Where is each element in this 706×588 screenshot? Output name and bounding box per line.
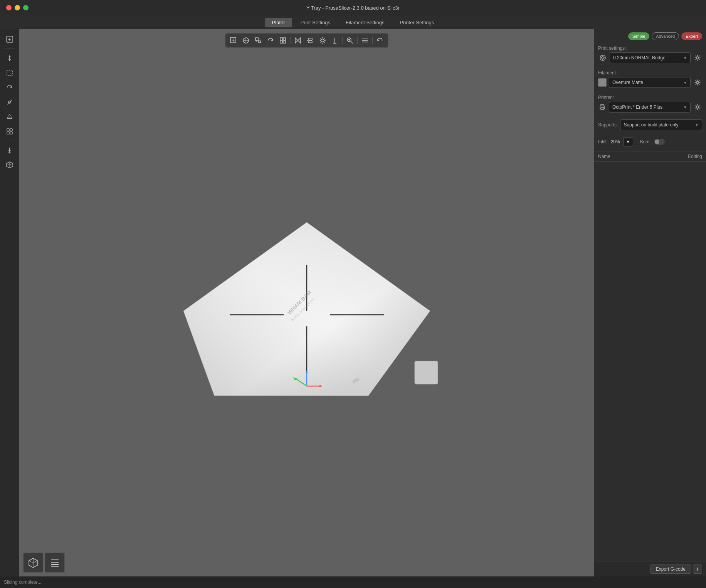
printer-icon	[598, 103, 607, 111]
split-tool-button[interactable]	[3, 124, 17, 138]
export-plus-button[interactable]: +	[693, 564, 702, 574]
svg-point-74	[696, 81, 699, 84]
supports-section: Supports: Support on build plate only ▼	[594, 117, 706, 135]
vt-layers[interactable]	[317, 35, 328, 46]
printer-section: Printer : OctoPrint * Ender 5 Plus ▼	[594, 92, 706, 117]
window-controls[interactable]	[6, 5, 29, 10]
supports-label: Supports:	[598, 122, 618, 128]
print-settings-row: 0.20mm NORMAL Bridge ▼	[598, 52, 702, 63]
export-bar: Export G-code +	[594, 561, 706, 576]
brim-toggle[interactable]	[654, 139, 665, 145]
vt-arrange[interactable]	[277, 35, 289, 46]
build-plate: WHAM BAM flexible build system PEI	[176, 207, 438, 411]
svg-rect-10	[7, 132, 9, 134]
window-title: Y Tray - PrusaSlicer-2.3.0 based on Slic…	[306, 5, 400, 11]
svg-marker-3	[8, 55, 11, 61]
vt-support[interactable]	[329, 35, 341, 46]
svg-marker-32	[298, 38, 301, 43]
svg-point-68	[602, 57, 604, 59]
expert-mode-button[interactable]: Expert	[681, 32, 702, 40]
print-settings-cog[interactable]	[693, 53, 702, 62]
svg-rect-9	[10, 129, 12, 131]
print-settings-label: Print settings :	[598, 45, 702, 51]
infill-dropdown-arrow: ▼	[626, 139, 630, 144]
filament-row: Overture Matte ▼	[598, 77, 702, 88]
print-settings-icon	[598, 53, 607, 62]
vt-scale[interactable]	[252, 35, 264, 46]
vt-mirror[interactable]	[292, 35, 304, 46]
add-object-button[interactable]	[3, 32, 17, 46]
print-preset-value: 0.20mm NORMAL Bridge	[613, 55, 666, 60]
support-tool-button[interactable]	[3, 143, 17, 157]
tab-plater[interactable]: Plater	[265, 18, 292, 27]
svg-rect-34	[308, 38, 312, 40]
svg-line-39	[351, 41, 353, 44]
svg-rect-29	[280, 41, 282, 43]
vt-sep-2	[342, 37, 343, 44]
vt-sep-4	[372, 37, 373, 44]
maximize-button[interactable]	[23, 5, 29, 10]
objects-table: Name Editing	[594, 151, 706, 561]
simple-mode-button[interactable]: Simple	[628, 32, 650, 40]
right-panel-header: Simple Advanced Expert	[594, 29, 706, 43]
left-toolbar	[0, 29, 19, 576]
print-preset-select[interactable]: 0.20mm NORMAL Bridge ▼	[610, 52, 691, 63]
tab-filament-settings[interactable]: Filament Settings	[339, 18, 391, 27]
vt-sep-1	[290, 37, 291, 44]
svg-marker-7	[7, 114, 12, 118]
svg-point-78	[696, 106, 699, 108]
filament-preset-select[interactable]: Overture Matte ▼	[609, 77, 691, 88]
vt-undo[interactable]	[374, 35, 386, 46]
3d-view-button[interactable]	[23, 553, 43, 573]
svg-rect-35	[308, 41, 312, 43]
flatten-tool-button[interactable]	[3, 110, 17, 124]
close-button[interactable]	[6, 5, 12, 10]
tab-printer-settings[interactable]: Printer Settings	[393, 18, 441, 27]
filament-section: Filament : Overture Matte ▼	[594, 68, 706, 92]
vt-cut[interactable]	[304, 35, 316, 46]
filament-settings-cog[interactable]	[693, 78, 702, 87]
rotate-tool-button[interactable]	[3, 81, 17, 94]
objects-table-header: Name Editing	[594, 151, 706, 162]
vt-move[interactable]	[240, 35, 252, 46]
print-preset-arrow: ▼	[683, 56, 687, 60]
objects-name-header: Name	[598, 154, 671, 159]
move-tool-button[interactable]	[3, 51, 17, 65]
status-bar: Slicing complete...	[0, 576, 706, 588]
vt-list[interactable]	[359, 35, 371, 46]
brim-label: Brim:	[640, 139, 651, 144]
scale-tool-button[interactable]	[3, 95, 17, 109]
svg-rect-76	[601, 108, 604, 109]
tab-print-settings[interactable]: Print Settings	[294, 18, 337, 27]
printer-preset-arrow: ▼	[683, 105, 687, 109]
printer-label: Printer :	[598, 95, 702, 100]
advanced-mode-button[interactable]: Advanced	[652, 32, 679, 40]
svg-point-77	[603, 107, 604, 108]
svg-rect-28	[283, 38, 286, 40]
cube-tool-button[interactable]	[3, 158, 17, 172]
svg-rect-23	[256, 38, 258, 40]
toolbar-separator-2	[4, 141, 15, 141]
svg-line-61	[29, 561, 33, 563]
vt-sep-3	[357, 37, 358, 44]
printer-preset-select[interactable]: OctoPrint * Ender 5 Plus ▼	[609, 102, 691, 113]
supports-select[interactable]: Support on build plate only ▼	[620, 119, 702, 130]
svg-rect-8	[7, 129, 9, 131]
printer-row: OctoPrint * Ender 5 Plus ▼	[598, 102, 702, 113]
printer-settings-cog[interactable]	[693, 102, 702, 112]
printer-preset-value: OctoPrint * Ender 5 Plus	[612, 104, 662, 110]
export-gcode-button[interactable]: Export G-code	[650, 564, 691, 574]
objects-editing-header: Editing	[671, 154, 702, 159]
add-shape-button[interactable]	[228, 35, 239, 46]
minimize-button[interactable]	[15, 5, 20, 10]
viewport[interactable]: WHAM BAM flexible build system PEI	[19, 29, 594, 576]
svg-rect-4	[7, 70, 12, 76]
filament-color-swatch[interactable]	[598, 78, 607, 87]
layers-view-button[interactable]	[45, 553, 65, 573]
infill-select[interactable]: ▼	[623, 137, 633, 146]
vt-rotate[interactable]	[265, 35, 276, 46]
svg-rect-30	[283, 41, 286, 43]
select-tool-button[interactable]	[3, 66, 17, 80]
vt-zoom[interactable]	[344, 35, 356, 46]
svg-rect-24	[259, 41, 261, 43]
